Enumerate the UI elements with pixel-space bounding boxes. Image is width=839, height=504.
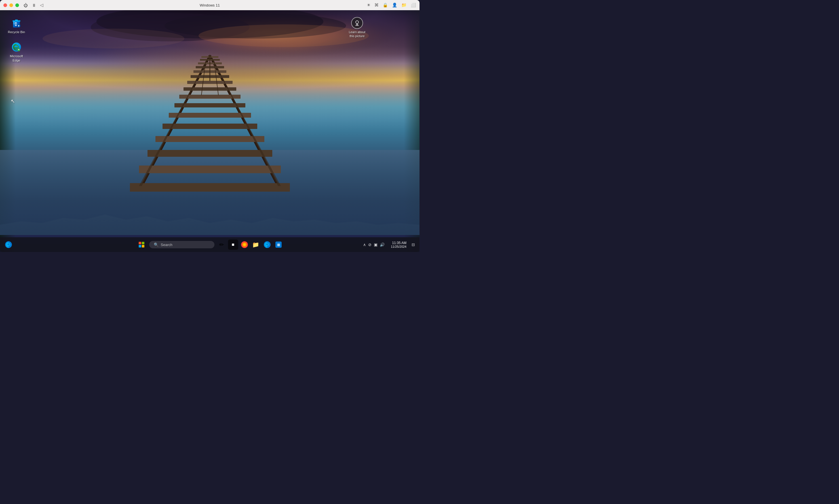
windows-desktop[interactable]: Recycle Bin [0,10,419,252]
mac-nav-controls: ⏻ ⏸ ◁ [23,3,43,8]
svg-point-3 [91,13,250,41]
foliage-top [0,10,419,16]
wifi-icon[interactable]: ⌘ [374,3,379,8]
screenshot-icon[interactable]: ⬜ [411,3,416,8]
mac-maximize-button[interactable] [15,3,19,7]
folder-files-icon: 📁 [252,241,259,248]
taskbar-search-icon: 🔍 [154,242,159,247]
mac-close-button[interactable] [3,3,7,7]
clock-date: 11/25/2024 [391,245,406,248]
svg-rect-19 [169,113,251,118]
mac-minimize-button[interactable] [10,3,13,7]
window-title: Windows 11 [200,3,220,7]
taskbar-edge-left-icon[interactable] [3,239,14,250]
svg-point-4 [164,13,346,39]
notification-icon[interactable]: ⊟ [410,241,416,248]
volume-icon: 🔊 [380,242,385,247]
recycle-bin-image [11,17,22,29]
win-logo-blue [139,245,141,248]
windows-logo [139,242,144,248]
svg-rect-15 [187,81,232,84]
network-icon: ⊘ [368,242,371,247]
svg-rect-22 [147,150,272,157]
svg-rect-18 [174,103,245,107]
windows-taskbar: 🔍 Search ✏ ■ [0,237,419,252]
system-tray-icons[interactable]: ∧ ⊘ ▣ 🔊 [361,241,387,248]
accounts-icon[interactable]: 👤 [392,3,397,8]
edge-image [11,41,22,53]
chevron-up-icon: ∧ [363,242,366,247]
svg-point-38 [356,21,359,23]
pause-icon[interactable]: ⏸ [32,3,36,8]
pier [125,39,295,197]
learn-about-picture-icon[interactable]: Learn about this picture [346,16,368,39]
display-icon: ▣ [374,242,378,247]
recycle-bin-label: Recycle Bin [8,30,25,34]
svg-point-2 [97,10,324,39]
learn-icon-circle [351,17,363,29]
desktop-icons-area: Recycle Bin [6,16,27,64]
back-icon[interactable]: ◁ [40,3,43,8]
taskbar-left [3,239,14,250]
brightness-icon[interactable]: ☀ [367,3,370,8]
svg-rect-23 [139,165,281,173]
mac-window-controls [3,3,19,7]
taskbar-right: ∧ ⊘ ▣ 🔊 11:35 AM 11/25/2024 ⊟ [361,240,416,249]
taskbar-store-icon[interactable]: ⊞ [274,239,284,250]
svg-rect-24 [130,183,290,192]
mac-titlebar-right: ☀ ⌘ 🔒 👤 📁 ⬜ [367,3,416,8]
svg-rect-34 [13,21,15,24]
svg-point-45 [243,244,246,246]
clock-time: 11:35 AM [392,241,406,245]
svg-rect-20 [162,124,257,129]
taskbar-task-view-icon[interactable]: ■ [228,239,238,250]
mouse-cursor: ↖ [11,98,15,104]
taskbar-start-button[interactable] [136,239,147,250]
taskbar-files-icon[interactable]: 📁 [251,239,261,250]
taskbar-center: 🔍 Search ✏ ■ [136,239,284,250]
mac-titlebar: ⏻ ⏸ ◁ Windows 11 ☀ ⌘ 🔒 👤 📁 ⬜ [0,0,419,10]
power-icon[interactable]: ⏻ [23,3,28,8]
svg-text:⊞: ⊞ [277,243,280,247]
taskbar-widgets-icon[interactable]: ✏ [217,239,227,250]
learn-about-label-line2: this picture [349,34,365,38]
taskbar-search-bar[interactable]: 🔍 Search [149,241,214,248]
learn-about-label-line1: Learn about [349,30,366,34]
microsoft-edge-icon[interactable]: Microsoft Edge [6,40,27,64]
taskbar-fantastical-icon[interactable] [239,239,250,250]
taskbar-search-text: Search [161,242,172,247]
svg-rect-32 [15,20,18,21]
win-logo-green [142,242,144,244]
svg-rect-21 [155,136,264,142]
folder-icon[interactable]: 📁 [401,3,407,8]
taskbar-clock[interactable]: 11:35 AM 11/25/2024 [389,240,409,249]
recycle-bin-icon[interactable]: Recycle Bin [6,16,27,35]
pen-icon: ✏ [219,241,224,248]
task-view-icon: ■ [232,242,234,247]
taskbar-edge-icon[interactable] [262,239,272,250]
lock-icon[interactable]: 🔒 [383,3,388,8]
win-logo-red [139,242,141,244]
win-logo-yellow [142,245,144,248]
edge-label: Microsoft Edge [7,54,26,62]
mac-window: ⏻ ⏸ ◁ Windows 11 ☀ ⌘ 🔒 👤 📁 ⬜ [0,0,419,252]
